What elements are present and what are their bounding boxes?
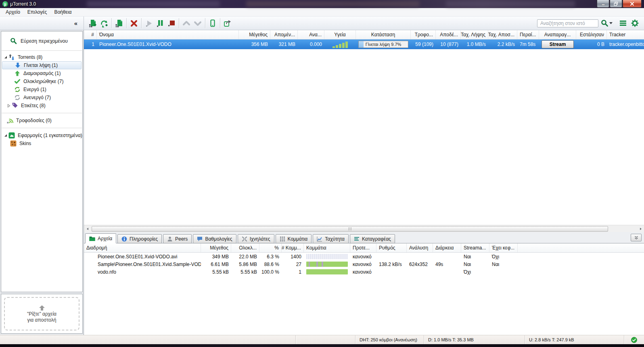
search-button[interactable] [600, 18, 616, 29]
sidebar-item-label: Γίνεται λήψη (1) [24, 62, 58, 68]
drop-files-target[interactable]: "Ρίξτε" αρχεία για αποστολή [4, 297, 79, 330]
titlebar[interactable]: µ μTorrent 3.0 [0, 0, 644, 8]
search-input[interactable] [539, 20, 596, 27]
statusbar-dht[interactable]: DHT: 250 κόμβοι (Ανανέωση) [355, 335, 424, 344]
column-header-size[interactable]: Μέγεθος [239, 30, 270, 39]
sidebar-item-label: Διαμοιρασμός (1) [23, 71, 61, 76]
sidebar-item-inactive[interactable]: Ανενεργό (7) [1, 94, 82, 102]
column-header-done[interactable]: Ολοκλ... [231, 243, 259, 252]
sidebar-item-label: Εφαρμογές (1 εγκατεστημένα) [18, 133, 82, 138]
tab-logger[interactable]: Καταγραφέας [350, 234, 395, 243]
column-header-tracker[interactable]: Tracker [607, 30, 644, 39]
column-header-streamable[interactable]: Streama... [461, 243, 489, 252]
column-header-play[interactable]: Αναπαραγ... [539, 30, 576, 39]
tab-ratings[interactable]: Βαθμολογίες [193, 234, 236, 243]
scroll-left-button[interactable] [84, 225, 91, 232]
column-header-status[interactable]: Κατάσταση [356, 30, 411, 39]
create-torrent-button[interactable] [113, 18, 125, 29]
sidebar-item-apps[interactable]: Εφαρμογές (1 εγκατεστημένα) [1, 131, 82, 139]
column-header-pieces[interactable]: Κομμάτια [304, 243, 350, 252]
minimize-button[interactable] [597, 0, 609, 8]
column-header-down-speed[interactable]: Ταχ. Λήψης [461, 30, 488, 39]
column-header-peers[interactable]: Αποδέ... [436, 30, 461, 39]
sidebar-item-downloading[interactable]: Γίνεται λήψη (1) [2, 61, 82, 69]
column-header-uploaded[interactable]: Εστάλησαν [576, 30, 607, 39]
statusbar-network-status[interactable] [624, 335, 644, 344]
menu-file[interactable]: Αρχείο [2, 8, 24, 16]
file-row[interactable]: Sample\Pioneer.One.S01E01.Xvid.Sample-VO… [84, 260, 644, 268]
torrent-row-selected[interactable]: 1 Pioneer.One.S01E01.Xvid-VODO 356 MB 32… [84, 39, 644, 49]
scrollbar-thumb[interactable] [92, 226, 608, 232]
column-header-file-size[interactable]: Μέγεθος [201, 243, 231, 252]
remove-button[interactable] [128, 18, 140, 29]
minimize-icon [601, 2, 605, 6]
sidebar-item-active[interactable]: Ενεργό (1) [1, 85, 82, 94]
preferences-button[interactable] [630, 18, 640, 29]
share-button[interactable] [222, 18, 233, 29]
expanded-triangle-icon[interactable] [4, 134, 8, 137]
files-folder-icon [89, 236, 95, 241]
remote-device-button[interactable] [207, 18, 218, 29]
stream-button[interactable]: Stream [542, 40, 574, 48]
column-header-resolution[interactable]: Ανάλυση [407, 243, 433, 252]
column-header-duration[interactable]: Διάρκεια [433, 243, 461, 252]
sidebar-item-completed[interactable]: Ολοκληρώθηκε (7) [1, 77, 82, 85]
column-header-ratio[interactable]: Ανα... [298, 30, 324, 39]
column-header-percent[interactable]: % [259, 243, 282, 252]
collapse-detail-button[interactable] [631, 234, 642, 241]
pause-button[interactable] [155, 18, 166, 29]
menu-options[interactable]: Επιλογές [24, 8, 51, 16]
column-header-remaining[interactable]: Απομέν... [270, 30, 298, 39]
column-header-name[interactable]: Όνομα [97, 30, 239, 39]
peers-person-icon [167, 236, 173, 242]
menu-help[interactable]: Βοήθεια [50, 8, 75, 16]
collapsed-triangle-icon[interactable] [7, 104, 12, 108]
tab-pieces[interactable]: Κομμάτια [276, 234, 312, 243]
start-button[interactable] [143, 18, 155, 29]
file-row[interactable]: Pioneer.One.S01E01.Xvid-VODO.avi 349 MB … [84, 253, 644, 260]
find-content-item[interactable]: Εύρεση περιεχομένου [1, 32, 82, 50]
horizontal-scrollbar[interactable] [84, 225, 644, 232]
sidebar-item-skins[interactable]: Skins [1, 139, 82, 148]
sidebar-item-labels[interactable]: Ετικέτες (8) [1, 102, 82, 110]
move-down-button[interactable] [192, 18, 203, 29]
stop-button[interactable] [166, 18, 177, 29]
detailed-info-toggle-button[interactable] [616, 18, 630, 29]
sidebar-item-feeds[interactable]: Τροφοδοσίες (0) [1, 116, 82, 125]
restore-button[interactable] [610, 0, 622, 8]
tab-peers[interactable]: Peers [163, 234, 192, 243]
add-from-link-button[interactable] [98, 18, 110, 29]
rss-feeds-icon [7, 117, 13, 124]
column-header-up-speed[interactable]: Ταχ. Αποσ... [488, 30, 517, 39]
tab-speed[interactable]: Ταχύτητα [313, 234, 349, 243]
column-header-path[interactable]: Διαδρομή [84, 243, 201, 252]
sidebar-tree: Εύρεση περιεχομένου Torrents (8) Γίνεται… [1, 31, 83, 292]
column-header-priority[interactable]: Προτε... [350, 243, 376, 252]
tab-trackers[interactable]: Ιχνηλάτες [238, 234, 274, 243]
logger-lines-icon [354, 236, 360, 242]
add-torrent-button[interactable] [87, 18, 98, 29]
column-header-number[interactable]: # [84, 30, 97, 39]
column-header-has-header[interactable]: Έχει κεφ... [489, 243, 518, 252]
toolbar-separator [220, 18, 220, 28]
tab-info[interactable]: Πληροφορίες [117, 234, 162, 243]
detail-tabs: Αρχεία Πληροφορίες Peers Βαθμολογίες Ιχν… [84, 232, 644, 243]
close-button[interactable] [623, 0, 642, 8]
column-header-health[interactable]: Υγεία [324, 30, 356, 39]
column-header-num-pieces[interactable]: # Κομμ... [282, 243, 304, 252]
status-text: Γίνεται λήψη 9.7% [366, 42, 401, 47]
scroll-right-button[interactable] [637, 225, 644, 232]
tab-files[interactable]: Αρχεία [85, 233, 116, 243]
column-header-eta[interactable]: Περαί... [517, 30, 539, 39]
torrent-uploaded: 0 B [576, 42, 607, 47]
collapse-sidebar-button[interactable]: « [74, 20, 77, 26]
desktop-edge [0, 344, 644, 347]
drop-zone-label: "Ρίξτε" αρχεία [27, 311, 56, 317]
file-row[interactable]: vodo.nfo 5.55 kB 5.55 kB 100.0 % 1 κανον… [84, 268, 644, 276]
move-up-button[interactable] [181, 18, 192, 29]
expanded-triangle-icon[interactable] [4, 56, 8, 59]
column-header-seeds[interactable]: Τροφο... [411, 30, 436, 39]
sidebar-item-torrents[interactable]: Torrents (8) [1, 53, 82, 61]
column-header-rate[interactable]: Ρυθμός [376, 243, 407, 252]
sidebar-item-seeding[interactable]: Διαμοιρασμός (1) [1, 69, 82, 77]
